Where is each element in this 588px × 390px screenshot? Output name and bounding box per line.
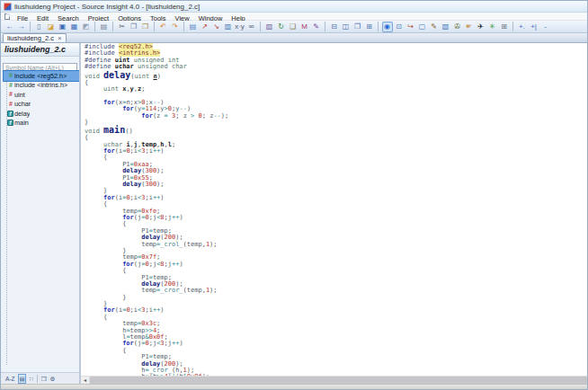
toolbar-separator (183, 22, 184, 31)
open-file-icon[interactable]: ◪ (46, 22, 57, 32)
search-files-icon[interactable]: ▥ (223, 22, 234, 32)
symbol-item-delay[interactable]: ƒdelay (4, 109, 79, 119)
toolbar-separator (112, 22, 113, 31)
symbol-panel-footer: A-Z▤∷❒⚙ (1, 372, 79, 384)
toolbar-separator (30, 22, 31, 31)
remove-indent-icon[interactable]: - (540, 22, 551, 32)
tab-close-icon[interactable]: × (58, 35, 61, 42)
symbol-search-row (1, 57, 79, 69)
browse-mode-icon[interactable]: ◉ (382, 22, 393, 32)
code-line: { (85, 80, 587, 86)
copy-icon[interactable]: ❐ (129, 22, 139, 32)
include-icon: # (7, 82, 14, 89)
code-line: for(i=0;i<3;i++) (85, 307, 587, 314)
toolbar: ←→▯◪▣▦◩▤✂❐❒↶↷▤↗↘▥x·y∞▧↻❏M✎⊟◫❐⊞◉⊡↪▢✎▧✇☛✈✳… (1, 21, 587, 33)
sort-alpha-icon[interactable]: A-Z (5, 374, 14, 384)
app-icon[interactable] (4, 3, 12, 11)
sync-files-icon[interactable]: ↻ (276, 22, 287, 32)
team-options-icon[interactable]: ✳ (487, 22, 498, 32)
print-icon[interactable]: ▤ (99, 22, 110, 32)
code-editor-surface[interactable]: #include <reg52.h>#include <intrins.h>#d… (81, 43, 587, 376)
symbol-label: main (14, 119, 29, 127)
help-book-icon[interactable]: ❒ (41, 374, 47, 384)
cut-icon[interactable]: ✂ (117, 22, 128, 32)
new-file-icon[interactable]: ▯ (34, 22, 45, 32)
define-icon: # (7, 91, 14, 98)
back-arrow-icon[interactable]: ← (4, 22, 15, 32)
tile-vertical-icon[interactable]: ◫ (341, 22, 352, 32)
symbol-label: include <intrins.h> (14, 81, 67, 89)
toolbar-separator (512, 22, 513, 31)
jump-to-caller-icon[interactable]: ↘ (211, 22, 222, 32)
code-line: for(j=0;j<3;j++) (85, 341, 587, 347)
toolbar-separator (325, 22, 325, 31)
save-all-icon[interactable]: ▦ (69, 22, 80, 32)
symbol-kinds-icon[interactable]: ∷ (30, 374, 33, 384)
browse-symbols-icon[interactable]: ∞ (246, 22, 257, 32)
context-window-icon[interactable]: ▢ (417, 22, 428, 32)
tab-liushuideng_2.c[interactable]: liushuideng_2.c× (3, 33, 67, 42)
forward-arrow-icon[interactable]: → (16, 22, 27, 32)
undo-icon[interactable]: ↶ (158, 22, 169, 32)
draft-view-icon[interactable]: ⊞ (499, 22, 510, 32)
highlight-word-icon[interactable]: ✎ (429, 22, 440, 32)
settings-gear-icon[interactable]: ⚙ (50, 374, 56, 384)
code-line: temp=_cror_(temp,1); (85, 288, 587, 294)
drag-scroll-icon[interactable]: ☛ (464, 22, 475, 32)
toolbar-separator (260, 22, 261, 31)
code-line: void delay(uint n) (85, 71, 587, 80)
symbol-item-uchar[interactable]: #uchar (4, 100, 79, 110)
project-docs-icon[interactable]: ❏ (288, 22, 298, 32)
paste-icon[interactable]: ❒ (140, 22, 151, 32)
symbol-item-include-intrins-h-[interactable]: #include <intrins.h> (4, 81, 79, 91)
scrollbar-thumb[interactable] (90, 377, 587, 384)
code-line: delay(300); (85, 182, 587, 188)
document-icon[interactable] (4, 13, 10, 20)
add-indent-right-icon[interactable]: +| (529, 22, 539, 32)
symbol-panel-title: liushuideng_2.c (4, 45, 66, 54)
relation-window-icon[interactable]: ⊡ (394, 22, 405, 32)
code-line: for(j=0;j<8;j++) (85, 261, 587, 268)
function-icon: ƒ (7, 111, 13, 117)
symbol-item-main[interactable]: ƒmain (4, 119, 79, 129)
code-line: void main() (85, 126, 587, 135)
arrange-windows-icon[interactable]: ⊞ (364, 22, 375, 32)
symbol-panel-header: liushuideng_2.c (1, 43, 79, 57)
bookmark-icon[interactable]: ✎ (311, 22, 322, 32)
tile-horizontal-icon[interactable]: ⊟ (329, 22, 340, 32)
toolbar-separator (378, 22, 379, 31)
lookup-symbols-icon[interactable]: ▤ (188, 22, 199, 32)
symbol-item-include-reg52-h-[interactable]: #include <reg52.h> (4, 71, 79, 81)
symbol-label: delay (14, 110, 30, 118)
search-xy-icon[interactable]: x·y (235, 22, 245, 32)
function-icon: ƒ (7, 120, 13, 126)
main-content: liushuideng_2.c #include <reg52.h>#inclu… (1, 43, 587, 384)
code-line: for(i=0;i<3;i++) (85, 148, 587, 155)
footer-separator (37, 375, 38, 383)
symbol-label: uint (14, 91, 25, 99)
code-line: for(j=0;j<8;j++) (85, 215, 587, 221)
jump-to-definition-icon[interactable]: ↗ (200, 22, 210, 32)
redo-icon[interactable]: ↷ (170, 22, 181, 32)
revert-file-icon[interactable]: ◩ (81, 22, 92, 32)
add-indent-left-icon[interactable]: +. (517, 22, 528, 32)
symbol-item-uint[interactable]: #uint (4, 90, 79, 100)
symbol-tree: #include <reg52.h>#include <intrins.h>#u… (1, 69, 79, 372)
macro-list-icon[interactable]: M (299, 22, 310, 32)
symbol-label: include <reg52.h> (14, 72, 67, 80)
code-line: for(z = 3; z > 0; z--); (85, 113, 587, 120)
link-window-icon[interactable]: ↪ (405, 22, 416, 32)
clip-window-icon[interactable]: ✇ (452, 22, 463, 32)
panel-view-icon[interactable]: ▤ (18, 374, 25, 384)
preview-window-icon[interactable]: ▧ (441, 22, 451, 32)
scroll-left-button[interactable]: ◂ (81, 377, 90, 384)
save-icon[interactable]: ▣ (58, 22, 68, 32)
toolbar-separator (154, 22, 155, 31)
code-line: for(i=0;i<3;i++) (85, 195, 587, 201)
project-window-icon[interactable]: ▧ (264, 22, 275, 32)
horizontal-scrollbar: ◂ (81, 376, 587, 384)
tab-strip: liushuideng_2.c× (1, 33, 587, 43)
code-line: #define uchar unsigned char (85, 64, 587, 70)
cascade-windows-icon[interactable]: ❐ (352, 22, 363, 32)
source-link-icon[interactable]: ✈ (476, 22, 486, 32)
